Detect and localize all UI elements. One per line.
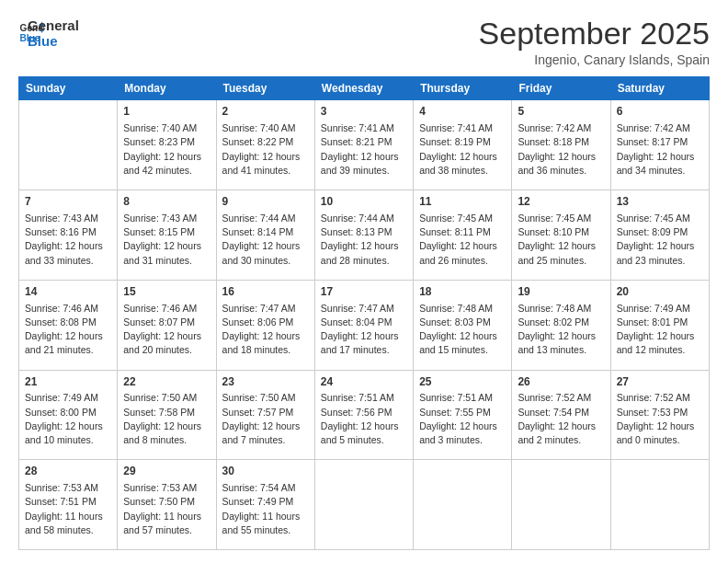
calendar-cell: 30Sunrise: 7:54 AM Sunset: 7:49 PM Dayli… xyxy=(216,460,314,550)
day-number: 12 xyxy=(518,194,604,210)
day-number: 24 xyxy=(321,374,407,390)
day-info: Sunrise: 7:49 AM Sunset: 8:00 PM Dayligh… xyxy=(25,391,111,447)
calendar-cell: 15Sunrise: 7:46 AM Sunset: 8:07 PM Dayli… xyxy=(118,280,216,370)
day-number: 7 xyxy=(25,194,111,210)
day-number: 27 xyxy=(617,374,703,390)
day-info: Sunrise: 7:47 AM Sunset: 8:06 PM Dayligh… xyxy=(222,302,309,358)
day-info: Sunrise: 7:41 AM Sunset: 8:21 PM Dayligh… xyxy=(321,121,407,178)
day-number: 11 xyxy=(419,194,506,210)
calendar-week-1: 1Sunrise: 7:40 AM Sunset: 8:23 PM Daylig… xyxy=(19,100,710,190)
day-info: Sunrise: 7:50 AM Sunset: 7:58 PM Dayligh… xyxy=(123,391,210,447)
calendar-cell: 1Sunrise: 7:40 AM Sunset: 8:23 PM Daylig… xyxy=(118,100,216,190)
weekday-header-tuesday: Tuesday xyxy=(216,77,314,100)
weekday-header-sunday: Sunday xyxy=(19,77,118,100)
day-number: 14 xyxy=(25,284,111,300)
weekday-header-wednesday: Wednesday xyxy=(314,77,413,100)
calendar-cell: 7Sunrise: 7:43 AM Sunset: 8:16 PM Daylig… xyxy=(19,190,118,281)
day-info: Sunrise: 7:51 AM Sunset: 7:55 PM Dayligh… xyxy=(419,391,506,447)
weekday-header-monday: Monday xyxy=(118,77,216,100)
day-number: 21 xyxy=(25,374,111,390)
day-info: Sunrise: 7:46 AM Sunset: 8:08 PM Dayligh… xyxy=(25,302,111,358)
calendar-header-row: SundayMondayTuesdayWednesdayThursdayFrid… xyxy=(19,77,710,100)
calendar-cell: 10Sunrise: 7:44 AM Sunset: 8:13 PM Dayli… xyxy=(314,190,413,281)
calendar-table: SundayMondayTuesdayWednesdayThursdayFrid… xyxy=(18,76,710,550)
calendar-cell xyxy=(314,460,413,550)
calendar-cell: 9Sunrise: 7:44 AM Sunset: 8:14 PM Daylig… xyxy=(216,190,314,281)
weekday-header-saturday: Saturday xyxy=(610,77,709,100)
header: General Blue General Blue September 2025… xyxy=(18,17,710,67)
day-number: 3 xyxy=(321,104,407,120)
day-info: Sunrise: 7:46 AM Sunset: 8:07 PM Dayligh… xyxy=(123,302,210,358)
calendar-cell: 5Sunrise: 7:42 AM Sunset: 8:18 PM Daylig… xyxy=(512,100,610,190)
day-number: 30 xyxy=(222,464,309,479)
calendar-cell: 21Sunrise: 7:49 AM Sunset: 8:00 PM Dayli… xyxy=(19,370,118,460)
day-number: 5 xyxy=(518,104,604,120)
calendar-cell xyxy=(414,460,512,550)
calendar-cell: 8Sunrise: 7:43 AM Sunset: 8:15 PM Daylig… xyxy=(118,190,216,281)
calendar-cell: 17Sunrise: 7:47 AM Sunset: 8:04 PM Dayli… xyxy=(314,280,413,370)
day-info: Sunrise: 7:43 AM Sunset: 8:16 PM Dayligh… xyxy=(25,212,111,268)
calendar-cell xyxy=(610,460,709,550)
day-info: Sunrise: 7:45 AM Sunset: 8:09 PM Dayligh… xyxy=(617,212,703,268)
calendar-cell: 3Sunrise: 7:41 AM Sunset: 8:21 PM Daylig… xyxy=(314,100,413,190)
day-number: 22 xyxy=(123,374,210,390)
day-number: 10 xyxy=(321,194,407,210)
calendar-cell: 29Sunrise: 7:53 AM Sunset: 7:50 PM Dayli… xyxy=(118,460,216,550)
calendar-cell: 27Sunrise: 7:52 AM Sunset: 7:53 PM Dayli… xyxy=(610,370,709,460)
calendar-cell: 14Sunrise: 7:46 AM Sunset: 8:08 PM Dayli… xyxy=(19,280,118,370)
weekday-header-friday: Friday xyxy=(512,77,610,100)
calendar-cell: 6Sunrise: 7:42 AM Sunset: 8:17 PM Daylig… xyxy=(610,100,709,190)
day-info: Sunrise: 7:49 AM Sunset: 8:01 PM Dayligh… xyxy=(617,302,703,358)
weekday-header-thursday: Thursday xyxy=(414,77,512,100)
calendar-week-2: 7Sunrise: 7:43 AM Sunset: 8:16 PM Daylig… xyxy=(19,190,710,281)
calendar-cell: 12Sunrise: 7:45 AM Sunset: 8:10 PM Dayli… xyxy=(512,190,610,281)
day-number: 15 xyxy=(123,284,210,300)
day-number: 25 xyxy=(419,374,506,390)
day-info: Sunrise: 7:50 AM Sunset: 7:57 PM Dayligh… xyxy=(222,391,309,447)
day-info: Sunrise: 7:48 AM Sunset: 8:02 PM Dayligh… xyxy=(518,302,604,358)
calendar-cell: 2Sunrise: 7:40 AM Sunset: 8:22 PM Daylig… xyxy=(216,100,314,190)
calendar-cell xyxy=(19,100,118,190)
calendar-cell: 23Sunrise: 7:50 AM Sunset: 7:57 PM Dayli… xyxy=(216,370,314,460)
month-title: September 2025 xyxy=(479,17,710,51)
day-info: Sunrise: 7:44 AM Sunset: 8:13 PM Dayligh… xyxy=(321,212,407,268)
day-number: 26 xyxy=(518,374,604,390)
logo: General Blue General Blue xyxy=(18,17,79,49)
calendar-cell: 25Sunrise: 7:51 AM Sunset: 7:55 PM Dayli… xyxy=(414,370,512,460)
day-info: Sunrise: 7:51 AM Sunset: 7:56 PM Dayligh… xyxy=(321,391,407,447)
day-number: 17 xyxy=(321,284,407,300)
calendar-cell: 20Sunrise: 7:49 AM Sunset: 8:01 PM Dayli… xyxy=(610,280,709,370)
logo-general: General xyxy=(28,18,79,34)
calendar-cell: 11Sunrise: 7:45 AM Sunset: 8:11 PM Dayli… xyxy=(414,190,512,281)
day-number: 16 xyxy=(222,284,309,300)
day-info: Sunrise: 7:52 AM Sunset: 7:53 PM Dayligh… xyxy=(617,391,703,447)
day-number: 9 xyxy=(222,194,309,210)
day-number: 13 xyxy=(617,194,703,210)
day-number: 4 xyxy=(419,104,506,120)
day-number: 23 xyxy=(222,374,309,390)
calendar-cell: 13Sunrise: 7:45 AM Sunset: 8:09 PM Dayli… xyxy=(610,190,709,281)
day-info: Sunrise: 7:47 AM Sunset: 8:04 PM Dayligh… xyxy=(321,302,407,358)
calendar-cell: 28Sunrise: 7:53 AM Sunset: 7:51 PM Dayli… xyxy=(19,460,118,550)
day-info: Sunrise: 7:53 AM Sunset: 7:51 PM Dayligh… xyxy=(25,481,111,537)
day-number: 28 xyxy=(25,464,111,479)
day-number: 6 xyxy=(617,104,703,120)
calendar-week-3: 14Sunrise: 7:46 AM Sunset: 8:08 PM Dayli… xyxy=(19,280,710,370)
title-block: September 2025 Ingenio, Canary Islands, … xyxy=(479,17,710,67)
day-info: Sunrise: 7:40 AM Sunset: 8:22 PM Dayligh… xyxy=(222,121,309,178)
calendar-cell: 24Sunrise: 7:51 AM Sunset: 7:56 PM Dayli… xyxy=(314,370,413,460)
calendar-cell xyxy=(512,460,610,550)
page: General Blue General Blue September 2025… xyxy=(0,0,728,563)
day-number: 19 xyxy=(518,284,604,300)
day-number: 1 xyxy=(123,104,210,120)
logo-blue: Blue xyxy=(28,34,79,50)
day-number: 8 xyxy=(123,194,210,210)
day-number: 18 xyxy=(419,284,506,300)
day-info: Sunrise: 7:54 AM Sunset: 7:49 PM Dayligh… xyxy=(222,481,309,537)
day-info: Sunrise: 7:42 AM Sunset: 8:17 PM Dayligh… xyxy=(617,121,703,178)
calendar-week-5: 28Sunrise: 7:53 AM Sunset: 7:51 PM Dayli… xyxy=(19,460,710,550)
calendar-week-4: 21Sunrise: 7:49 AM Sunset: 8:00 PM Dayli… xyxy=(19,370,710,460)
day-number: 2 xyxy=(222,104,309,120)
day-info: Sunrise: 7:41 AM Sunset: 8:19 PM Dayligh… xyxy=(419,121,506,178)
calendar-cell: 22Sunrise: 7:50 AM Sunset: 7:58 PM Dayli… xyxy=(118,370,216,460)
